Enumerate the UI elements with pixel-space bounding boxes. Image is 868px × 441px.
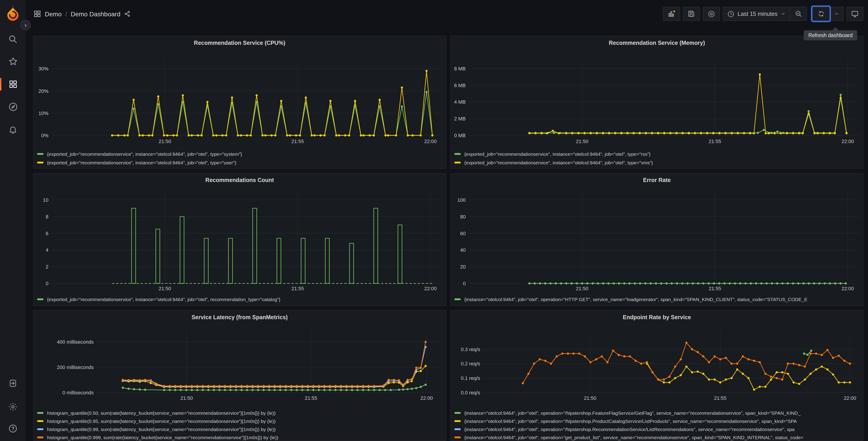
- legend-item[interactable]: histogram_quantile(0.50, sum(rate(latenc…: [37, 409, 446, 417]
- sign-in-icon: [8, 378, 18, 388]
- legend-item[interactable]: {exported_job="recommendationservice", i…: [454, 149, 863, 158]
- legend-label: histogram_quantile(0.999, sum(rate(laten…: [47, 435, 278, 440]
- refresh-dashboard-button[interactable]: [812, 7, 830, 21]
- legend: {exported_job="recommendationservice", i…: [451, 148, 863, 167]
- legend-color-chip: [37, 420, 43, 422]
- grafana-logo-icon[interactable]: [4, 4, 21, 21]
- legend-color-chip: [37, 153, 43, 155]
- legend-item[interactable]: {exported_job="recommendationservice", i…: [37, 295, 446, 303]
- panel-title[interactable]: Recommendation Service (CPU%): [33, 36, 446, 49]
- svg-text:0.3 req/s: 0.3 req/s: [461, 347, 480, 352]
- legend-item[interactable]: {exported_job="recommendationservice", i…: [454, 158, 863, 167]
- dashboards-grid-icon[interactable]: [33, 10, 41, 18]
- question-circle-icon: [8, 423, 18, 433]
- panel-title[interactable]: Endpoint Rate by Service: [451, 311, 863, 324]
- timeseries-chart[interactable]: 21:5021:5522:00020406080100: [451, 186, 864, 293]
- legend-label: {instance="otelcol:9464", job="otel", op…: [464, 296, 807, 302]
- gear-icon: [707, 10, 715, 18]
- legend-color-chip: [454, 153, 461, 155]
- timeseries-chart[interactable]: 21:5021:5522:000246810: [33, 186, 446, 293]
- legend: {instance="otelcol:9464", job="otel", op…: [451, 293, 863, 303]
- legend-item[interactable]: histogram_quantile(0.95, sum(rate(latenc…: [37, 417, 446, 425]
- panel-title[interactable]: Recommendation Service (Memory): [451, 36, 863, 49]
- breadcrumb-group[interactable]: Demo: [45, 10, 62, 18]
- time-range-picker[interactable]: Last 15 minutes: [723, 7, 790, 21]
- sidebar-item-sign-in[interactable]: [0, 374, 26, 392]
- legend-item[interactable]: {instance="otelcol:9464", job="otel", op…: [454, 409, 863, 417]
- timeseries-chart[interactable]: 21:5021:5522:000.0 req/s0.1 req/s0.2 req…: [451, 324, 864, 408]
- grafana-app: › Demo / Demo D: [0, 0, 868, 441]
- legend-item[interactable]: {instance="otelcol:9464", job="otel", op…: [454, 295, 863, 303]
- sidebar-expand-button[interactable]: ›: [20, 20, 31, 30]
- share-icon[interactable]: [124, 10, 131, 17]
- svg-text:80: 80: [460, 214, 466, 219]
- panel-title[interactable]: Service Latency (from SpanMetrics): [33, 311, 446, 324]
- sidebar-item-search[interactable]: [0, 30, 26, 48]
- legend: {exported_job="recommendationservice", i…: [33, 148, 446, 167]
- svg-text:21:55: 21:55: [305, 395, 317, 401]
- svg-text:21:50: 21:50: [584, 395, 596, 401]
- legend-item[interactable]: histogram_quantile(0.999, sum(rate(laten…: [37, 433, 446, 441]
- legend-item[interactable]: {instance="otelcol:9464", job="otel", op…: [454, 425, 863, 433]
- timeseries-chart[interactable]: 21:5021:5522:000 MB2 MB4 MB6 MB8 MB: [451, 49, 864, 148]
- panel-title[interactable]: Error Rate: [451, 173, 863, 186]
- refresh-icon: [817, 10, 825, 18]
- legend-label: {exported_job="recommendationservice", i…: [47, 151, 242, 156]
- kiosk-mode-button[interactable]: [846, 7, 864, 21]
- dashboards-grid-icon: [8, 80, 18, 89]
- legend-label: {instance="otelcol:9464", job="otel", op…: [464, 410, 801, 416]
- sidebar-item-explore[interactable]: [0, 98, 26, 116]
- legend-label: {exported_job="recommendationservice", i…: [47, 296, 280, 302]
- sidebar-item-settings[interactable]: [0, 398, 26, 416]
- legend: histogram_quantile(0.50, sum(rate(latenc…: [33, 408, 446, 441]
- save-dashboard-button[interactable]: [683, 7, 700, 21]
- legend-color-chip: [37, 161, 43, 163]
- legend: {exported_job="recommendationservice", i…: [33, 293, 446, 303]
- save-icon: [688, 10, 695, 18]
- legend-color-chip: [454, 428, 461, 430]
- legend-label: {exported_job="recommendationservice", i…: [464, 159, 653, 165]
- breadcrumb-dashboard[interactable]: Demo Dashboard: [71, 10, 120, 18]
- svg-text:0: 0: [463, 281, 466, 286]
- legend-item[interactable]: {instance="otelcol:9464", job="otel", op…: [454, 433, 863, 441]
- sidebar-item-help[interactable]: [0, 419, 26, 437]
- panel-title[interactable]: Recommendations Count: [33, 173, 446, 186]
- sidebar-item-starred[interactable]: [0, 53, 26, 70]
- svg-text:20: 20: [460, 264, 466, 270]
- sidebar: ›: [0, 0, 26, 441]
- svg-text:21:55: 21:55: [709, 139, 721, 144]
- legend-label: {instance="otelcol:9464", job="otel", op…: [464, 427, 795, 432]
- svg-text:21:55: 21:55: [709, 286, 721, 291]
- bell-icon: [8, 125, 18, 134]
- legend-item[interactable]: {exported_job="recommendationservice", i…: [37, 149, 446, 158]
- svg-text:22:00: 22:00: [844, 395, 856, 401]
- zoom-out-button[interactable]: [790, 7, 807, 21]
- svg-text:10%: 10%: [38, 111, 49, 116]
- legend-item[interactable]: {instance="otelcol:9464", job="otel", op…: [454, 417, 863, 425]
- legend-item[interactable]: histogram_quantile(0.99, sum(rate(latenc…: [37, 425, 446, 433]
- panel-recommendations-count: Recommendations Count 21:5021:5522:00024…: [33, 173, 446, 306]
- sidebar-item-alerting[interactable]: [0, 120, 26, 139]
- toolbar: Last 15 minutes Refresh dashboard: [663, 7, 864, 21]
- dashboard-grid: Recommendation Service (CPU%) 21:5021:55…: [33, 36, 864, 441]
- refresh-tooltip: Refresh dashboard: [804, 30, 857, 40]
- legend-label: histogram_quantile(0.50, sum(rate(latenc…: [47, 410, 276, 416]
- legend-color-chip: [454, 161, 461, 163]
- svg-text:100: 100: [457, 197, 466, 203]
- add-panel-button[interactable]: [663, 7, 680, 21]
- refresh-interval-dropdown[interactable]: [830, 7, 843, 21]
- panel-service-latency: Service Latency (from SpanMetrics) 21:50…: [33, 310, 446, 441]
- timeseries-chart[interactable]: 21:5021:5522:000%10%20%30%: [33, 49, 446, 148]
- dashboard-settings-button[interactable]: [703, 7, 720, 21]
- svg-text:60: 60: [460, 231, 466, 236]
- legend-color-chip: [37, 437, 43, 438]
- breadcrumb-separator: /: [65, 10, 67, 18]
- legend-item[interactable]: {exported_job="recommendationservice", i…: [37, 158, 446, 167]
- star-icon: [8, 57, 18, 66]
- timeseries-chart[interactable]: 21:5021:5522:000 milliseconds200 millise…: [33, 324, 446, 408]
- svg-text:21:50: 21:50: [576, 139, 588, 144]
- search-icon: [8, 34, 18, 44]
- svg-text:2 MB: 2 MB: [454, 116, 466, 122]
- svg-text:6 MB: 6 MB: [454, 83, 466, 88]
- sidebar-item-dashboards[interactable]: [0, 75, 26, 93]
